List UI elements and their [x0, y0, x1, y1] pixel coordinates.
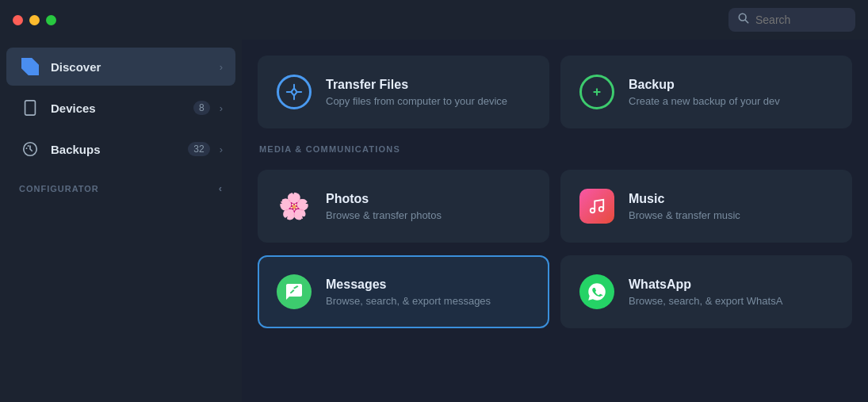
card-messages-desc: Browse, search, & export messages — [326, 295, 491, 307]
card-messages-text: Messages Browse, search, & export messag… — [326, 278, 491, 307]
sidebar-label-devices: Devices — [51, 101, 184, 115]
sidebar-label-backups: Backups — [51, 143, 178, 156]
backup-circle-icon — [579, 75, 614, 109]
music-gradient-icon — [579, 189, 614, 224]
card-transfer-desc: Copy files from computer to your device — [326, 95, 507, 107]
card-backup-title: Backup — [629, 78, 780, 92]
backup-icon — [578, 73, 616, 111]
devices-icon — [19, 97, 41, 119]
sidebar-item-discover[interactable]: Discover › — [6, 48, 235, 86]
configurator-collapse-icon[interactable]: ‹ — [219, 182, 223, 194]
card-music[interactable]: Music Browse & transfer music — [560, 170, 852, 243]
fullscreen-button[interactable] — [46, 15, 56, 25]
card-whatsapp-text: WhatsApp Browse, search, & export WhatsA — [629, 278, 782, 307]
section-media-label: MEDIA & COMMUNICATIONS — [258, 141, 852, 157]
minimize-button[interactable] — [29, 15, 40, 25]
card-music-text: Music Browse & transfer music — [629, 192, 740, 221]
svg-point-8 — [599, 207, 604, 212]
chevron-right-icon-backups: › — [220, 144, 223, 155]
traffic-lights — [13, 15, 56, 25]
titlebar — [0, 0, 868, 40]
transfer-circle-icon — [277, 75, 312, 109]
sidebar-item-backups[interactable]: Backups 32 › — [6, 130, 235, 168]
photos-icon: 🌸 — [275, 187, 313, 225]
card-backup[interactable]: Backup Create a new backup of your dev — [560, 56, 852, 128]
backups-badge: 32 — [188, 142, 209, 156]
messages-bubble-icon — [277, 274, 312, 309]
card-music-desc: Browse & transfer music — [629, 209, 740, 221]
music-icon-wrap — [578, 187, 616, 225]
discover-icon — [21, 58, 39, 75]
cards-row-1: Transfer Files Copy files from computer … — [258, 56, 852, 128]
discover-icon-wrap — [19, 56, 41, 78]
cards-row-3: Messages Browse, search, & export messag… — [258, 255, 852, 328]
card-messages[interactable]: Messages Browse, search, & export messag… — [258, 255, 549, 328]
card-backup-desc: Create a new backup of your dev — [629, 95, 780, 107]
search-input[interactable] — [755, 13, 846, 26]
card-transfer-title: Transfer Files — [326, 78, 507, 92]
photos-flower-icon: 🌸 — [278, 191, 310, 221]
main-layout: Discover › Devices 8 › — [0, 40, 868, 402]
chevron-right-icon-devices: › — [220, 102, 223, 114]
card-whatsapp[interactable]: WhatsApp Browse, search, & export WhatsA — [560, 255, 852, 328]
card-photos[interactable]: 🌸 Photos Browse & transfer photos — [258, 170, 549, 243]
card-transfer-text: Transfer Files Copy files from computer … — [326, 78, 507, 107]
configurator-label: CONFIGURATOR — [19, 184, 99, 193]
card-photos-title: Photos — [326, 192, 442, 206]
whatsapp-icon — [578, 273, 616, 311]
card-transfer-files[interactable]: Transfer Files Copy files from computer … — [258, 56, 549, 128]
chevron-right-icon: › — [220, 61, 223, 73]
card-photos-desc: Browse & transfer photos — [326, 209, 442, 221]
svg-rect-2 — [25, 101, 36, 115]
sidebar-label-discover: Discover — [51, 60, 210, 74]
cards-row-2: 🌸 Photos Browse & transfer photos — [258, 170, 852, 243]
sidebar: Discover › Devices 8 › — [0, 40, 242, 402]
transfer-files-icon — [275, 73, 313, 111]
search-icon — [738, 13, 749, 27]
svg-line-1 — [745, 20, 748, 23]
close-button[interactable] — [13, 15, 23, 25]
card-music-title: Music — [629, 192, 740, 206]
card-backup-text: Backup Create a new backup of your dev — [629, 78, 780, 107]
sidebar-item-devices[interactable]: Devices 8 › — [6, 89, 235, 127]
whatsapp-bubble-icon — [579, 274, 614, 309]
configurator-header: CONFIGURATOR ‹ — [0, 170, 242, 201]
search-bar[interactable] — [728, 8, 855, 32]
svg-point-7 — [591, 209, 595, 213]
card-whatsapp-desc: Browse, search, & export WhatsA — [629, 295, 782, 307]
backups-icon — [19, 138, 41, 160]
card-messages-title: Messages — [326, 278, 491, 292]
card-whatsapp-title: WhatsApp — [629, 278, 782, 292]
devices-badge: 8 — [193, 101, 210, 115]
content-area: Transfer Files Copy files from computer … — [242, 40, 868, 402]
messages-icon — [275, 273, 313, 311]
card-photos-text: Photos Browse & transfer photos — [326, 192, 442, 221]
